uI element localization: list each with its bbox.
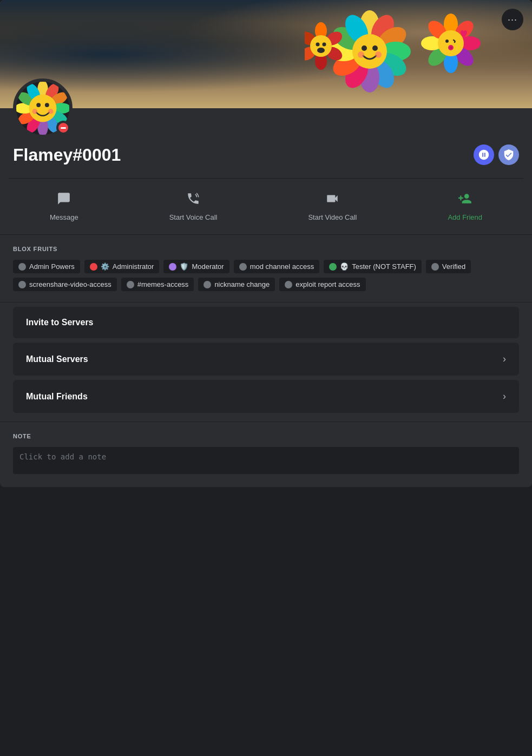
nitro-badge [474, 144, 494, 165]
more-options-button[interactable]: ··· [502, 9, 523, 30]
avatar-wrapper [13, 78, 73, 138]
svg-point-26 [445, 40, 449, 43]
role-emoji-moderator: 🛡️ [180, 262, 188, 271]
svg-point-53 [45, 103, 49, 107]
svg-point-28 [449, 46, 452, 49]
badge-row [474, 144, 519, 165]
mutual-friends-chevron: › [503, 391, 506, 402]
role-dot [90, 263, 97, 271]
role-dot [18, 263, 26, 271]
note-input[interactable] [13, 447, 519, 474]
note-title: NOTE [13, 433, 519, 439]
note-section: NOTE [0, 422, 532, 487]
svg-point-54 [32, 109, 37, 114]
mutual-friends-section[interactable]: Mutual Friends › [13, 380, 519, 413]
role-dot [431, 263, 439, 271]
role-memes-access[interactable]: #memes-access [121, 278, 194, 291]
role-emoji-tester: 💀 [340, 262, 349, 271]
role-label: mod channel access [250, 262, 314, 271]
more-dots: ··· [508, 14, 517, 25]
svg-point-55 [48, 109, 54, 114]
status-indicator [56, 121, 70, 135]
role-verified[interactable]: Verified [426, 260, 471, 273]
role-tester[interactable]: 💀 Tester (NOT STAFF) [324, 260, 422, 273]
role-admin-powers[interactable]: Admin Powers [13, 260, 80, 273]
message-icon [57, 192, 71, 209]
role-dot [285, 281, 292, 288]
role-label: Admin Powers [29, 262, 75, 271]
svg-point-51 [29, 95, 57, 122]
role-exploit-report[interactable]: exploit report access [279, 278, 365, 291]
profile-info: Flamey#0001 [0, 108, 532, 178]
role-dot [329, 263, 337, 271]
role-label: Tester (NOT STAFF) [352, 262, 416, 271]
svg-point-38 [317, 48, 325, 53]
add-friend-action[interactable]: Add Friend [439, 187, 491, 226]
action-buttons: Message Start Voice Call Start Video Cal… [0, 179, 532, 234]
role-nickname-change[interactable]: nickname change [198, 278, 275, 291]
role-label: nickname change [214, 280, 270, 288]
invite-servers-title: Invite to Servers [26, 318, 94, 327]
roles-section: BLOX FRUITS Admin Powers ⚙️ Administrato… [0, 234, 532, 302]
video-call-action[interactable]: Start Video Call [299, 187, 365, 226]
svg-point-35 [310, 35, 332, 57]
discriminator: #0001 [73, 145, 121, 165]
verified-badge [498, 144, 519, 165]
role-dot [203, 281, 211, 288]
collapsibles-wrapper: Invite to Servers Mutual Servers › Mutua… [0, 302, 532, 422]
role-dot [127, 281, 134, 288]
mutual-servers-chevron: › [503, 353, 506, 365]
voice-call-action[interactable]: Start Voice Call [161, 187, 226, 226]
invite-servers-section[interactable]: Invite to Servers [13, 307, 519, 338]
video-call-label: Start Video Call [308, 213, 357, 221]
role-dot [239, 263, 247, 271]
role-mod-channel[interactable]: mod channel access [234, 260, 320, 273]
message-action[interactable]: Message [41, 187, 87, 226]
svg-point-13 [362, 45, 367, 51]
role-administrator[interactable]: ⚙️ Administrator [84, 260, 160, 273]
role-label: Verified [442, 262, 465, 271]
video-call-icon [325, 192, 339, 209]
role-label: screenshare-video-access [29, 280, 111, 288]
profile-banner: ··· [0, 0, 532, 108]
role-dot [169, 263, 176, 271]
role-label: #memes-access [137, 280, 189, 288]
role-dot [18, 281, 26, 288]
svg-point-36 [316, 43, 320, 47]
svg-point-14 [372, 45, 378, 51]
mutual-servers-section[interactable]: Mutual Servers › [13, 343, 519, 376]
add-friend-label: Add Friend [448, 213, 482, 221]
mutual-servers-title: Mutual Servers [26, 354, 88, 364]
voice-call-icon [186, 192, 200, 209]
role-label: exploit report access [295, 280, 360, 288]
svg-point-37 [323, 43, 326, 47]
svg-point-25 [438, 30, 464, 56]
role-moderator[interactable]: 🛡️ Moderator [163, 260, 229, 273]
add-friend-icon [458, 192, 472, 209]
svg-point-12 [352, 34, 387, 69]
message-label: Message [50, 213, 78, 221]
svg-point-16 [375, 51, 382, 58]
svg-point-15 [358, 51, 364, 58]
role-label: Administrator [113, 262, 154, 271]
mutual-friends-title: Mutual Friends [26, 392, 88, 402]
role-screenshare[interactable]: screenshare-video-access [13, 278, 117, 291]
role-label: Moderator [192, 262, 224, 271]
roles-grid: Admin Powers ⚙️ Administrator 🛡️ Moderat… [13, 260, 519, 291]
svg-point-52 [36, 103, 41, 107]
roles-title: BLOX FRUITS [13, 246, 519, 252]
username-text: Flamey [13, 145, 73, 165]
username-row: Flamey#0001 [13, 144, 519, 165]
username: Flamey#0001 [13, 145, 121, 165]
role-emoji-administrator: ⚙️ [101, 262, 109, 271]
voice-call-label: Start Voice Call [169, 213, 218, 221]
